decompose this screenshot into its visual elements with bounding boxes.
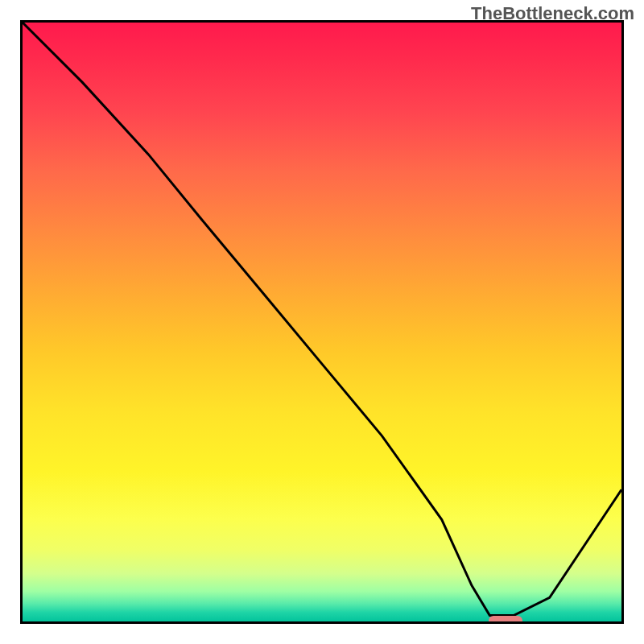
watermark-text: TheBottleneck.com <box>471 3 634 24</box>
chart-area <box>20 20 624 624</box>
bottleneck-curve <box>23 23 621 621</box>
optimal-point-marker <box>489 616 522 625</box>
